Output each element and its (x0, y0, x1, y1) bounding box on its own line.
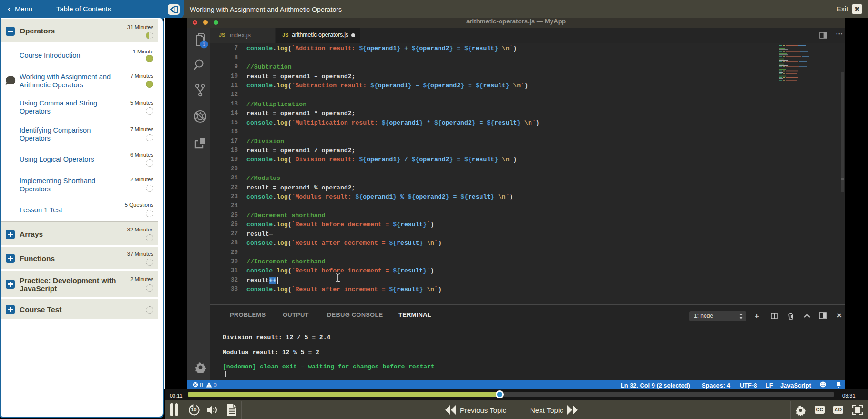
svg-text:1: 1 (203, 42, 205, 47)
